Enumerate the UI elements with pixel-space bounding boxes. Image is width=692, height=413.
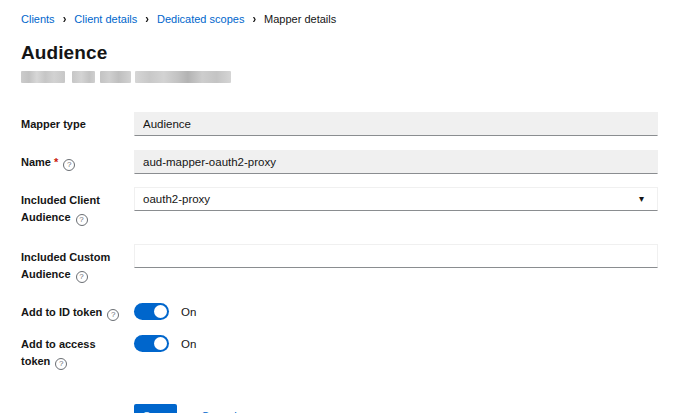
form-row-name: Name*? [21, 150, 692, 174]
form-row-mapper-type: Mapper type [21, 112, 692, 136]
breadcrumb-client-details[interactable]: Client details [74, 13, 137, 25]
toggle-knob [154, 337, 167, 350]
toggle-knob [154, 305, 167, 318]
add-to-access-token-toggle[interactable] [134, 335, 169, 352]
breadcrumb-clients[interactable]: Clients [21, 13, 55, 25]
add-to-access-token-state: On [181, 338, 196, 350]
included-client-audience-field-col: oauth2-proxy ▾ [134, 187, 658, 211]
form-row-add-to-access-token: Add to access token? On [21, 335, 692, 370]
included-client-audience-label-text: Included Client Audience [21, 194, 100, 223]
included-custom-audience-help-icon[interactable]: ? [76, 271, 88, 283]
name-input [134, 150, 658, 174]
name-label-text: Name [21, 156, 51, 168]
included-custom-audience-input[interactable] [134, 244, 658, 268]
add-to-id-token-field-col: On [134, 303, 658, 320]
included-client-audience-help-icon[interactable]: ? [76, 214, 88, 226]
redacted-block [72, 71, 95, 83]
add-to-id-token-help-icon[interactable]: ? [107, 309, 119, 321]
form-row-included-custom-audience: Included Custom Audience? [21, 244, 692, 283]
required-marker: * [54, 156, 58, 168]
mapper-form: Mapper type Name*? Included Client Audie… [21, 112, 692, 413]
breadcrumb-separator-icon: › [145, 12, 149, 25]
included-custom-audience-label-text: Included Custom Audience [21, 251, 110, 280]
breadcrumb-separator-icon: › [63, 12, 67, 25]
mapper-details-page: Clients › Client details › Dedicated sco… [0, 0, 692, 413]
add-to-id-token-label-text: Add to ID token [21, 306, 102, 318]
included-client-audience-label: Included Client Audience? [21, 187, 134, 226]
save-button[interactable]: Save [134, 404, 177, 413]
form-row-included-client-audience: Included Client Audience? oauth2-proxy ▾ [21, 187, 692, 226]
redacted-block [100, 71, 131, 83]
mapper-type-label-text: Mapper type [21, 118, 86, 130]
included-custom-audience-field-col [134, 244, 658, 268]
name-field-col [134, 150, 658, 174]
included-client-audience-value: oauth2-proxy [143, 193, 210, 205]
mapper-type-label: Mapper type [21, 116, 134, 133]
name-label: Name*? [21, 154, 134, 171]
mapper-type-field-col [134, 112, 658, 136]
form-row-add-to-id-token: Add to ID token? On [21, 303, 692, 321]
breadcrumb-dedicated-scopes[interactable]: Dedicated scopes [157, 13, 244, 25]
name-help-icon[interactable]: ? [63, 159, 75, 171]
add-to-id-token-label: Add to ID token? [21, 303, 134, 321]
add-to-id-token-state: On [181, 306, 196, 318]
included-custom-audience-label: Included Custom Audience? [21, 244, 134, 283]
add-to-access-token-help-icon[interactable]: ? [55, 358, 67, 370]
redacted-block [21, 71, 65, 83]
breadcrumb: Clients › Client details › Dedicated sco… [21, 13, 692, 25]
form-actions: Save Cancel [134, 404, 692, 413]
redacted-subtitle [21, 71, 692, 83]
breadcrumb-separator-icon: › [252, 12, 256, 25]
add-to-access-token-field-col: On [134, 335, 658, 352]
redacted-block [135, 71, 231, 83]
included-client-audience-select[interactable]: oauth2-proxy ▾ [134, 187, 658, 211]
page-title: Audience [21, 42, 692, 64]
mapper-type-input [134, 112, 658, 136]
chevron-down-icon: ▾ [639, 188, 644, 210]
breadcrumb-mapper-details: Mapper details [264, 13, 336, 25]
add-to-id-token-toggle[interactable] [134, 303, 169, 320]
add-to-access-token-label: Add to access token? [21, 335, 134, 370]
